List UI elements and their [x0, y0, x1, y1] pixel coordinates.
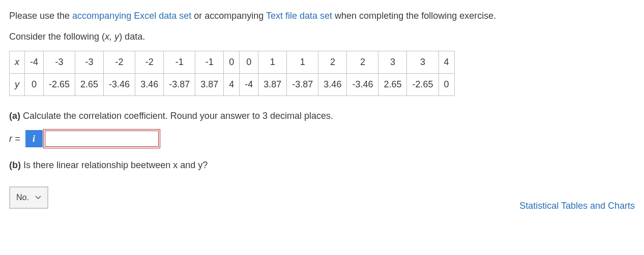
y-cell: 3.46	[135, 74, 164, 96]
y-cell: -4	[240, 74, 258, 96]
info-button[interactable]: i	[25, 130, 43, 147]
x-cell: -1	[164, 51, 195, 74]
r-equals-label: r =	[9, 132, 20, 146]
y-cell: 2.65	[75, 74, 104, 96]
part-a-question: (a) Calculate the correlation coefficien…	[9, 109, 635, 123]
y-cell: 0	[438, 74, 454, 96]
part-b-label: (b)	[9, 160, 21, 170]
x-cell: 4	[438, 51, 454, 74]
select-value: No.	[16, 192, 29, 204]
y-cell: -2.65	[44, 74, 75, 96]
intro-mid: or accompanying	[191, 11, 266, 21]
consider-xy: x, y	[105, 31, 119, 42]
text-file-data-link[interactable]: Text file data set	[266, 11, 332, 21]
statistical-tables-link[interactable]: Statistical Tables and Charts	[519, 199, 635, 213]
y-cell: -2.65	[407, 74, 438, 96]
intro-suffix: when completing the following exercise.	[332, 11, 496, 21]
part-a-label: (a)	[9, 111, 20, 121]
linear-relationship-select[interactable]: No.	[9, 186, 48, 209]
x-cell: 0	[224, 51, 240, 74]
consider-prefix: Consider the following (	[9, 31, 105, 42]
info-icon: i	[33, 134, 35, 144]
y-cell: -3.46	[347, 74, 378, 96]
y-cell: -3.46	[104, 74, 135, 96]
y-cell: 3.46	[318, 74, 347, 96]
x-cell: -3	[75, 51, 104, 74]
x-cell: -1	[195, 51, 224, 74]
y-cell: -3.87	[164, 74, 195, 96]
x-cell: -3	[44, 51, 75, 74]
correlation-input[interactable]	[45, 131, 159, 147]
x-cell: 2	[318, 51, 347, 74]
chevron-down-icon	[35, 193, 41, 202]
table-row-x: x -4 -3 -3 -2 -2 -1 -1 0 0 1 1 2 2 3 3 4	[10, 51, 455, 74]
data-table: x -4 -3 -3 -2 -2 -1 -1 0 0 1 1 2 2 3 3 4…	[9, 51, 455, 96]
y-cell: -3.87	[287, 74, 318, 96]
consider-paragraph: Consider the following (x, y) data.	[9, 30, 635, 44]
y-cell: 3.87	[195, 74, 224, 96]
part-b-text: Is there linear relationship beetween x …	[21, 160, 208, 170]
x-cell: 3	[378, 51, 407, 74]
x-cell: -4	[25, 51, 44, 74]
x-header: x	[10, 51, 25, 74]
x-cell: 0	[240, 51, 258, 74]
y-cell: 0	[25, 74, 44, 96]
x-cell: -2	[104, 51, 135, 74]
intro-paragraph: Please use the accompanying Excel data s…	[9, 9, 635, 23]
y-cell: 4	[224, 74, 240, 96]
part-a-text: Calculate the correlation coefficient. R…	[20, 111, 333, 121]
part-a-answer-row: r = i	[9, 130, 635, 147]
table-row-y: y 0 -2.65 2.65 -3.46 3.46 -3.87 3.87 4 -…	[10, 74, 455, 96]
x-cell: 1	[287, 51, 318, 74]
x-cell: 1	[258, 51, 287, 74]
excel-data-link[interactable]: accompanying Excel data set	[72, 11, 191, 21]
part-b-question: (b) Is there linear relationship beetwee…	[9, 158, 635, 172]
x-cell: 2	[347, 51, 378, 74]
x-cell: -2	[135, 51, 164, 74]
y-cell: 2.65	[378, 74, 407, 96]
y-header: y	[10, 74, 25, 96]
consider-suffix: ) data.	[119, 31, 145, 42]
y-cell: 3.87	[258, 74, 287, 96]
x-cell: 3	[407, 51, 438, 74]
intro-prefix: Please use the	[9, 11, 72, 21]
